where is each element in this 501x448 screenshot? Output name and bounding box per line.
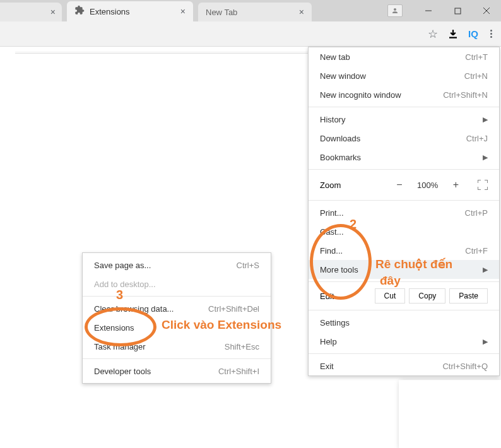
puzzle-icon — [74, 5, 85, 18]
menu-separator — [83, 296, 271, 297]
chevron-right-icon: ▶ — [483, 153, 488, 162]
minimize-button[interactable] — [414, 1, 443, 20]
dots-icon — [490, 30, 492, 32]
menu-more-tools[interactable]: More tools ▶ — [309, 260, 499, 279]
zoom-in-button[interactable]: + — [451, 179, 461, 191]
chevron-right-icon: ▶ — [483, 115, 488, 124]
profile-button[interactable] — [387, 4, 403, 17]
chevron-right-icon: ▶ — [483, 266, 488, 274]
menu-new-window[interactable]: New window Ctrl+N — [309, 66, 499, 85]
floating-panel — [399, 380, 501, 448]
tab-new-tab[interactable]: New Tab × — [198, 3, 312, 21]
menu-separator — [83, 358, 271, 359]
tab-close-icon[interactable]: × — [299, 7, 304, 17]
download-icon — [447, 28, 459, 40]
menu-zoom: Zoom − 100% + — [309, 172, 499, 197]
menu-separator — [309, 353, 499, 354]
tab-bar: × Extensions × New Tab × — [0, 0, 501, 21]
menu-print[interactable]: Print... Ctrl+P — [309, 203, 499, 222]
submenu-save-page[interactable]: Save page as... Ctrl+S — [83, 256, 271, 274]
maximize-icon — [454, 8, 461, 15]
download-button[interactable] — [445, 27, 461, 42]
main-menu: New tab Ctrl+T New window Ctrl+N New inc… — [308, 47, 500, 376]
menu-exit[interactable]: Exit Ctrl+Shift+Q — [309, 357, 499, 375]
edit-copy-button[interactable]: Copy — [409, 288, 445, 304]
toolbar: ☆ IQ — [0, 21, 501, 47]
menu-find[interactable]: Find... Ctrl+F — [309, 241, 499, 260]
tab-previous[interactable]: × — [0, 3, 62, 21]
more-menu-button[interactable] — [486, 27, 496, 40]
menu-separator — [309, 310, 499, 310]
fullscreen-icon — [478, 180, 481, 183]
menu-new-incognito[interactable]: New incognito window Ctrl+Shift+N — [309, 85, 499, 104]
menu-cast[interactable]: Cast... — [309, 222, 499, 241]
minimize-icon — [425, 7, 432, 15]
more-tools-submenu: Save page as... Ctrl+S Add to desktop...… — [82, 252, 271, 384]
maximize-button[interactable] — [443, 1, 472, 20]
menu-bookmarks[interactable]: Bookmarks ▶ — [309, 148, 499, 167]
submenu-add-desktop: Add to desktop... — [83, 274, 271, 293]
tab-extensions[interactable]: Extensions × — [67, 1, 193, 21]
close-window-button[interactable] — [472, 1, 501, 20]
tab-title: New Tab — [206, 8, 294, 17]
menu-history[interactable]: History ▶ — [309, 110, 499, 129]
menu-separator — [309, 169, 499, 170]
zoom-value: 100% — [415, 180, 440, 190]
menu-separator — [309, 200, 499, 201]
star-icon: ☆ — [428, 27, 438, 41]
fullscreen-button[interactable] — [478, 180, 488, 190]
bookmark-star-button[interactable]: ☆ — [425, 27, 440, 42]
menu-new-tab[interactable]: New tab Ctrl+T — [309, 47, 499, 66]
close-icon — [483, 7, 490, 15]
submenu-extensions[interactable]: Extensions — [83, 318, 271, 337]
submenu-clear-data[interactable]: Clear browsing data... Ctrl+Shift+Del — [83, 299, 271, 318]
menu-downloads[interactable]: Downloads Ctrl+J — [309, 129, 499, 148]
menu-separator — [309, 281, 499, 282]
tab-close-icon[interactable]: × — [50, 7, 56, 17]
person-icon — [391, 7, 399, 15]
submenu-developer-tools[interactable]: Developer tools Ctrl+Shift+I — [83, 362, 271, 380]
menu-help[interactable]: Help ▶ — [309, 332, 499, 351]
submenu-task-manager[interactable]: Task manager Shift+Esc — [83, 337, 271, 356]
edit-cut-button[interactable]: Cut — [375, 288, 406, 304]
menu-separator — [309, 107, 499, 107]
menu-edit-row: Edit Cut Copy Paste — [309, 285, 499, 307]
window-controls — [387, 0, 501, 21]
chevron-right-icon: ▶ — [483, 338, 488, 346]
svg-rect-1 — [455, 8, 461, 14]
edit-paste-button[interactable]: Paste — [449, 288, 488, 304]
tab-title: Extensions — [90, 7, 175, 16]
menu-settings[interactable]: Settings — [309, 313, 499, 332]
iq-extension-button[interactable]: IQ — [466, 27, 481, 42]
zoom-out-button[interactable]: − — [394, 179, 404, 191]
tab-close-icon[interactable]: × — [180, 6, 186, 16]
